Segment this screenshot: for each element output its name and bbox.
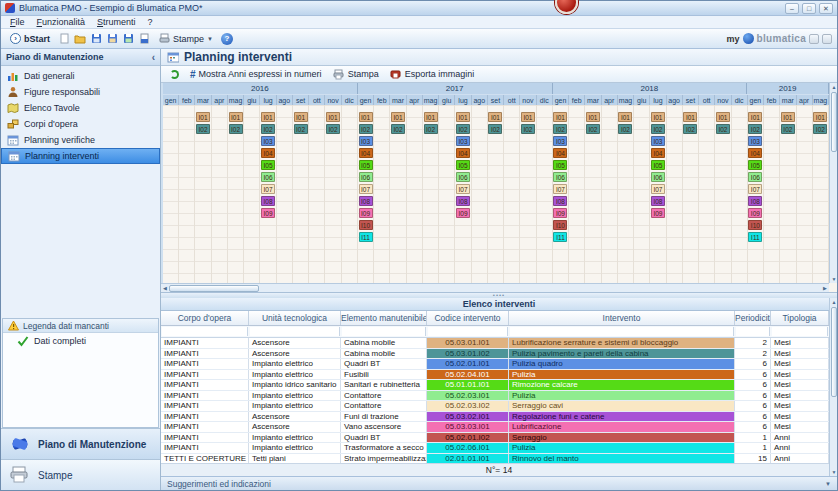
calendar-cell-i01[interactable]: I01 (229, 112, 243, 122)
scroll-left-icon[interactable]: ◀ (161, 284, 169, 292)
calendar-cell-i02[interactable]: I02 (424, 124, 438, 134)
table-row-05-01-01-i01[interactable]: IMPIANTIImpianto idrico sanitarioSanitar… (161, 380, 829, 391)
calendar-cell-i02[interactable]: I02 (261, 124, 275, 134)
calendar-cell-i03[interactable]: I03 (748, 136, 762, 146)
calendar-cell-i06[interactable]: I06 (651, 172, 665, 182)
calendar-cell-i01[interactable]: I01 (424, 112, 438, 122)
calendar-cell-i07[interactable]: I07 (261, 184, 275, 194)
calendar-cell-i03[interactable]: I03 (651, 136, 665, 146)
table-vertical-scrollbar[interactable]: ▲ ▼ (829, 298, 837, 476)
calendar-cell-i02[interactable]: I02 (326, 124, 340, 134)
calendar-cell-i05[interactable]: I05 (748, 160, 762, 170)
table-row-05-02-01-i02[interactable]: IMPIANTIImpianto elettricoQuadri BT05.02… (161, 433, 829, 444)
calendar-cell-i04[interactable]: I04 (261, 148, 275, 158)
save-as-button[interactable] (122, 33, 134, 45)
calendar-cell-i02[interactable]: I02 (294, 124, 308, 134)
column-header-tipologia[interactable]: Tipologia (771, 311, 829, 325)
calendar-cell-i07[interactable]: I07 (359, 184, 373, 194)
column-header-intervento[interactable]: Intervento (509, 311, 735, 325)
calendar-cell-i01[interactable]: I01 (618, 112, 632, 122)
filter-cell[interactable] (736, 327, 770, 336)
calendar-cell-i08[interactable]: I08 (651, 196, 665, 206)
sidebar-item-corpi-d-opera[interactable]: Corpi d'opera (1, 116, 160, 132)
menu-funzionalit[interactable]: Funzionalità (32, 17, 91, 27)
calendar-cell-i01[interactable]: I01 (391, 112, 405, 122)
filter-cell[interactable] (510, 327, 734, 336)
calendar-cell-i04[interactable]: I04 (553, 148, 567, 158)
calendar-cell-i01[interactable]: I01 (359, 112, 373, 122)
bstart-button[interactable]: › bStart (6, 32, 54, 45)
calendar-cell-i02[interactable]: I02 (716, 124, 730, 134)
calendar-cell-i07[interactable]: I07 (456, 184, 470, 194)
calendar-cell-i01[interactable]: I01 (326, 112, 340, 122)
menu-strumenti[interactable]: Strumenti (92, 17, 141, 27)
section-button-piano-di-manutenzione[interactable]: Piano di Manutenzione (1, 428, 160, 459)
table-row-05-02-01-i01[interactable]: IMPIANTIImpianto elettricoQuadri BT05.02… (161, 359, 829, 370)
calendar-cell-i06[interactable]: I06 (456, 172, 470, 182)
calendar-cell-i09[interactable]: I09 (553, 208, 567, 218)
calendar-cell-i01[interactable]: I01 (716, 112, 730, 122)
save-button[interactable] (90, 33, 102, 45)
calendar-cell-i11[interactable]: I11 (748, 232, 762, 242)
filter-cell[interactable] (342, 327, 426, 336)
help-button[interactable]: ? (221, 33, 233, 45)
scrollbar-thumb[interactable] (169, 285, 259, 292)
menu-help[interactable]: ? (143, 17, 158, 27)
calendar-cell-i01[interactable]: I01 (488, 112, 502, 122)
calendar-cell-i01[interactable]: I01 (456, 112, 470, 122)
export-document-button[interactable] (138, 33, 150, 45)
calendar-cell-i05[interactable]: I05 (553, 160, 567, 170)
calendar-cell-i09[interactable]: I09 (748, 208, 762, 218)
calendar-cell-i02[interactable]: I02 (359, 124, 373, 134)
calendar-cell-i07[interactable]: I07 (651, 184, 665, 194)
calendar-cell-i02[interactable]: I02 (813, 124, 827, 134)
sidebar-item-figure-responsabili[interactable]: Figure responsabili (1, 84, 160, 100)
minimize-button[interactable]: – (785, 3, 799, 14)
calendar-cell-i01[interactable]: I01 (196, 112, 210, 122)
calendar-cell-i03[interactable]: I03 (553, 136, 567, 146)
table-row-05-03-01-i01[interactable]: IMPIANTIAscensoreCabina mobile05.03.01.I… (161, 338, 829, 349)
calendar-cell-i01[interactable]: I01 (748, 112, 762, 122)
calendar-cell-i02[interactable]: I02 (488, 124, 502, 134)
calendar-cell-i01[interactable]: I01 (683, 112, 697, 122)
scroll-down-icon[interactable]: ▼ (830, 468, 838, 476)
calendar-cell-i02[interactable]: I02 (748, 124, 762, 134)
scrollbar-thumb[interactable] (831, 307, 837, 397)
calendar-cell-i05[interactable]: I05 (456, 160, 470, 170)
collapse-sidebar-icon[interactable]: ‹ (152, 52, 155, 63)
table-row-05-03-01-i02[interactable]: IMPIANTIAscensoreCabina mobile05.03.01.I… (161, 349, 829, 360)
calendar-vertical-scrollbar[interactable]: ▲ ▼ (829, 83, 837, 283)
sidebar-item-dati-generali[interactable]: Dati generali (1, 68, 160, 84)
column-header-unit-tecnologica[interactable]: Unità tecnologica (249, 311, 341, 325)
calendar-cell-i09[interactable]: I09 (359, 208, 373, 218)
calendar-cell-i04[interactable]: I04 (651, 148, 665, 158)
calendar-cell-i04[interactable]: I04 (748, 148, 762, 158)
filter-cell[interactable] (250, 327, 340, 336)
status-bar[interactable]: Suggerimenti ed indicazioni ▼ (161, 476, 837, 490)
calendar-horizontal-scrollbar[interactable]: ◀ ▶ (161, 283, 829, 292)
scroll-down-icon[interactable]: ▼ (830, 275, 838, 283)
calendar-cell-i07[interactable]: I07 (748, 184, 762, 194)
show-years-numbers-button[interactable]: # Mostra Anni espressi in numeri (187, 69, 325, 80)
scroll-right-icon[interactable]: ▶ (821, 284, 829, 292)
calendar-cell-i03[interactable]: I03 (261, 136, 275, 146)
calendar-cell-i01[interactable]: I01 (586, 112, 600, 122)
calendar-cell-i08[interactable]: I08 (456, 196, 470, 206)
table-row-05-02-03-i01[interactable]: IMPIANTIImpianto elettricoContattore05.0… (161, 391, 829, 402)
calendar-cell-i01[interactable]: I01 (781, 112, 795, 122)
table-row-05-02-03-i02[interactable]: IMPIANTIImpianto elettricoContattore05.0… (161, 401, 829, 412)
maximize-button[interactable]: □ (802, 3, 816, 14)
calendar-cell-i04[interactable]: I04 (456, 148, 470, 158)
calendar-cell-i02[interactable]: I02 (781, 124, 795, 134)
sidebar-item-planning-verifiche[interactable]: Planning verifiche (1, 132, 160, 148)
calendar-cell-i02[interactable]: I02 (391, 124, 405, 134)
scroll-up-icon[interactable]: ▲ (830, 298, 838, 306)
table-row-05-03-02-i01[interactable]: IMPIANTIAscensoreFuni di trazione05.03.0… (161, 412, 829, 423)
calendar-cell-i09[interactable]: I09 (651, 208, 665, 218)
calendar-cell-i02[interactable]: I02 (553, 124, 567, 134)
column-header-elemento-manutenibile[interactable]: Elemento manutenibile (341, 311, 427, 325)
calendar-cell-i06[interactable]: I06 (553, 172, 567, 182)
calendar-cell-i01[interactable]: I01 (294, 112, 308, 122)
filter-cell[interactable] (772, 327, 828, 336)
refresh-button[interactable] (167, 70, 182, 79)
